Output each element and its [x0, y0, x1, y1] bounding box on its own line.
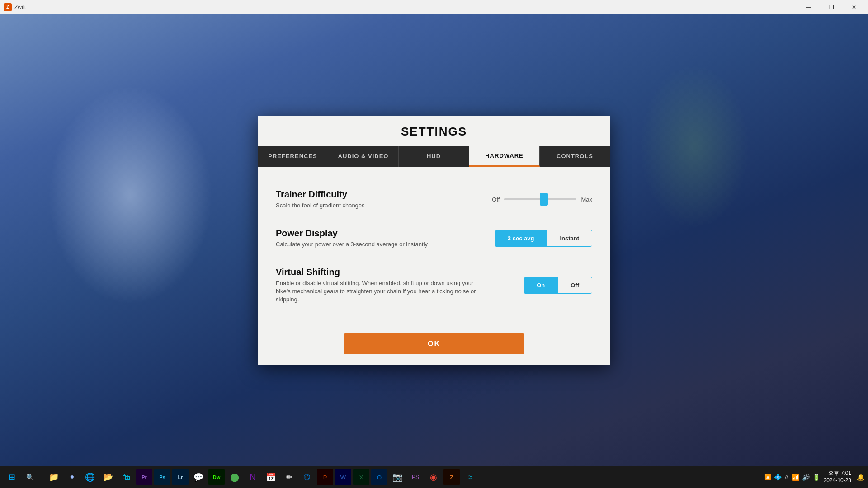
power-display-row: Power Display Calculate your power over … — [276, 219, 592, 258]
modal-header: SETTINGS PREFERENCES AUDIO & VIDEO HUD H… — [258, 116, 610, 167]
app-title: Zwift — [14, 4, 798, 10]
taskbar-powershell[interactable]: PS — [407, 469, 424, 485]
tray-wifi[interactable]: 📶 — [792, 474, 799, 481]
taskbar-excel[interactable]: X — [353, 469, 369, 485]
trainer-difficulty-info: Trainer Difficulty Scale the feel of gra… — [276, 189, 484, 210]
tab-hardware[interactable]: HARDWARE — [469, 146, 540, 167]
taskbar-separator-1 — [42, 471, 42, 483]
minimize-button[interactable]: — — [798, 0, 819, 14]
tray-dropbox[interactable]: 💠 — [774, 474, 782, 481]
tray-volume[interactable]: 🔊 — [802, 474, 810, 481]
taskbar-explorer[interactable]: 📁 — [46, 469, 62, 485]
power-display-info: Power Display Calculate your power over … — [276, 228, 484, 249]
power-display-desc: Calculate your power over a 3-second ave… — [276, 240, 484, 249]
taskbar-copilot[interactable]: ✦ — [64, 469, 80, 485]
taskbar-onenote[interactable]: N — [245, 469, 261, 485]
taskbar-store[interactable]: 🛍 — [118, 469, 134, 485]
taskbar-messages[interactable]: 💬 — [190, 469, 207, 485]
taskbar-edge[interactable]: 🌐 — [82, 469, 98, 485]
taskbar: ⊞ 🔍 📁 ✦ 🌐 📂 🛍 Pr Ps Lr 💬 Dw ⬤ N 📅 ✏ ⌬ P … — [0, 466, 868, 488]
virtual-shifting-on-button[interactable]: On — [524, 277, 558, 293]
taskbar-devops[interactable]: ⌬ — [299, 469, 315, 485]
virtual-shifting-title: Virtual Shifting — [276, 267, 484, 277]
taskbar-search[interactable]: 🔍 — [22, 469, 38, 485]
taskbar-zwift[interactable]: Z — [443, 469, 460, 485]
power-3sec-button[interactable]: 3 sec avg — [495, 230, 547, 246]
slider-track[interactable] — [504, 198, 576, 200]
slider-fill — [504, 198, 544, 200]
taskbar-dreamweaver[interactable]: Dw — [208, 469, 225, 485]
restore-button[interactable]: ❐ — [821, 0, 842, 14]
ok-button[interactable]: OK — [344, 333, 524, 354]
virtual-shifting-control: On Off — [484, 277, 592, 294]
trainer-difficulty-row: Trainer Difficulty Scale the feel of gra… — [276, 180, 592, 219]
close-button[interactable]: ✕ — [844, 0, 864, 14]
taskbar-chrome[interactable]: ⬤ — [226, 469, 243, 485]
app-icon: Z — [4, 3, 12, 11]
virtual-shifting-info: Virtual Shifting Enable or disable virtu… — [276, 267, 484, 304]
virtual-shifting-row: Virtual Shifting Enable or disable virtu… — [276, 258, 592, 313]
taskbar-photoshop[interactable]: Ps — [154, 469, 170, 485]
settings-modal: SETTINGS PREFERENCES AUDIO & VIDEO HUD H… — [258, 116, 610, 366]
power-display-title: Power Display — [276, 228, 484, 239]
trainer-difficulty-control: Off Max — [484, 196, 592, 203]
taskbar-date-text: 2024-10-28 — [824, 477, 851, 484]
power-display-toggle: 3 sec avg Instant — [495, 230, 592, 247]
taskbar-right-area: 🔼 💠 A 📶 🔊 🔋 오후 7:01 2024-10-28 🔔 — [764, 470, 864, 484]
virtual-shifting-off-button[interactable]: Off — [558, 277, 592, 293]
slider-thumb[interactable] — [540, 193, 548, 206]
tray-font[interactable]: A — [784, 474, 788, 481]
slider-min-label: Off — [492, 196, 500, 203]
taskbar-instagram[interactable]: 📷 — [389, 469, 406, 485]
taskbar-tray: 🔼 💠 A 📶 🔊 🔋 — [764, 474, 820, 481]
modal-footer: OK — [258, 326, 610, 365]
taskbar-word[interactable]: W — [335, 469, 351, 485]
trainer-slider-container: Off Max — [492, 196, 592, 203]
modal-content: Trainer Difficulty Scale the feel of gra… — [258, 167, 610, 327]
taskbar-chrome2[interactable]: ◉ — [425, 469, 442, 485]
tab-preferences[interactable]: PREFERENCES — [258, 146, 328, 167]
taskbar-time-text: 오후 7:01 — [824, 470, 851, 477]
power-instant-button[interactable]: Instant — [547, 230, 592, 246]
modal-overlay: SETTINGS PREFERENCES AUDIO & VIDEO HUD H… — [0, 14, 868, 466]
taskbar-premiere[interactable]: Pr — [136, 469, 152, 485]
tray-battery[interactable]: 🔋 — [812, 474, 820, 481]
taskbar-outlook-cal[interactable]: 📅 — [263, 469, 279, 485]
trainer-difficulty-desc: Scale the feel of gradient changes — [276, 202, 484, 210]
tab-audio-video[interactable]: AUDIO & VIDEO — [328, 146, 399, 167]
taskbar-windows-button[interactable]: ⊞ — [4, 469, 20, 485]
taskbar-outlook[interactable]: O — [371, 469, 387, 485]
taskbar-notification[interactable]: 🔔 — [857, 474, 864, 481]
tab-controls[interactable]: CONTROLS — [540, 146, 610, 167]
tab-hud[interactable]: HUD — [399, 146, 469, 167]
trainer-difficulty-title: Trainer Difficulty — [276, 189, 484, 200]
slider-max-label: Max — [581, 196, 592, 203]
tray-expand[interactable]: 🔼 — [764, 474, 771, 480]
window-controls: — ❐ ✕ — [798, 0, 864, 14]
power-display-control: 3 sec avg Instant — [484, 230, 592, 247]
taskbar-whiteboard[interactable]: ✏ — [281, 469, 297, 485]
modal-title: SETTINGS — [258, 125, 610, 146]
virtual-shifting-desc: Enable or disable virtual shifting. When… — [276, 279, 484, 304]
taskbar-folder[interactable]: 📂 — [100, 469, 116, 485]
taskbar-lightroom[interactable]: Lr — [172, 469, 189, 485]
taskbar-file-mgr[interactable]: 🗂 — [462, 469, 478, 485]
virtual-shifting-toggle: On Off — [524, 277, 592, 294]
taskbar-powerpoint[interactable]: P — [317, 469, 333, 485]
titlebar: Z Zwift — ❐ ✕ — [0, 0, 868, 14]
tabs-container: PREFERENCES AUDIO & VIDEO HUD HARDWARE C… — [258, 146, 610, 167]
taskbar-clock[interactable]: 오후 7:01 2024-10-28 — [824, 470, 851, 484]
